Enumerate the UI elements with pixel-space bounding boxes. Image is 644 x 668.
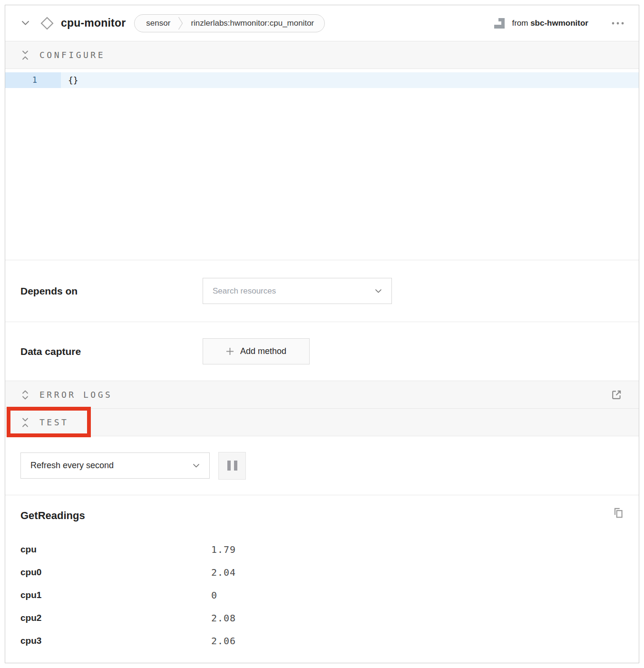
select-chevron-icon [375, 289, 382, 294]
collapse-icon[interactable] [21, 417, 29, 428]
get-readings-title: GetReadings [20, 509, 621, 523]
depends-on-placeholder: Search resources [213, 286, 276, 296]
component-diamond-icon [40, 16, 54, 30]
depends-on-label: Depends on [20, 285, 203, 297]
editor-line-number: 1 [5, 72, 61, 88]
more-menu-button[interactable] [609, 20, 626, 27]
refresh-rate-value: Refresh every second [30, 461, 114, 471]
reading-value: 2.04 [211, 567, 236, 578]
depends-on-row: Depends on Search resources [5, 260, 639, 322]
reading-key: cpu3 [20, 636, 211, 646]
test-section-header[interactable]: TEST [5, 409, 639, 436]
configure-section-label: CONFIGURE [39, 50, 105, 60]
reading-key: cpu1 [20, 590, 211, 600]
component-type: sensor [146, 19, 170, 28]
open-logs-external-link-icon[interactable] [610, 389, 623, 401]
reading-key: cpu0 [20, 567, 211, 578]
editor-active-line[interactable]: 1 {} [5, 72, 639, 88]
data-capture-row: Data capture Add method [5, 322, 639, 381]
component-model: rinzlerlabs:hwmonitor:cpu_monitor [191, 19, 314, 28]
editor-code-text[interactable]: {} [61, 72, 639, 88]
data-capture-label: Data capture [20, 346, 203, 357]
reading-value: 2.06 [211, 635, 236, 647]
test-controls: Refresh every second [5, 436, 639, 495]
reading-key: cpu [20, 544, 211, 555]
module-source-label: from sbc-hwmonitor [512, 19, 588, 28]
breadcrumb-separator-icon [178, 15, 183, 32]
depends-on-select[interactable]: Search resources [203, 278, 392, 304]
component-card: cpu-monitor sensor rinzlerlabs:hwmonitor… [5, 5, 639, 663]
refresh-rate-select[interactable]: Refresh every second [20, 452, 210, 479]
table-row: cpu2 2.08 [20, 607, 621, 629]
get-readings-card: GetReadings cpu 1.79 cpu0 2.04 cpu1 0 cp… [5, 495, 639, 663]
select-chevron-icon [193, 463, 200, 468]
table-row: cpu 1.79 [20, 538, 621, 561]
readings-table: cpu 1.79 cpu0 2.04 cpu1 0 cpu2 2.08 cpu3… [20, 538, 621, 652]
component-name: cpu-monitor [61, 17, 126, 29]
configure-json-editor[interactable]: 1 {} [5, 69, 639, 260]
reading-value: 1.79 [211, 544, 236, 555]
table-row: cpu0 2.04 [20, 561, 621, 584]
expand-icon[interactable] [21, 389, 29, 401]
copy-icon [612, 507, 624, 519]
component-header: cpu-monitor sensor rinzlerlabs:hwmonitor… [5, 5, 639, 41]
add-method-label: Add method [240, 346, 286, 356]
error-logs-section-label: ERROR LOGS [39, 390, 112, 400]
module-icon [494, 18, 505, 29]
reading-key: cpu2 [20, 613, 211, 623]
table-row: cpu1 0 [20, 584, 621, 607]
more-menu-icon [611, 22, 624, 25]
module-name: sbc-hwmonitor [530, 19, 588, 28]
test-section-label: TEST [39, 417, 68, 427]
configure-section-header[interactable]: CONFIGURE [5, 41, 639, 69]
error-logs-section-header[interactable]: ERROR LOGS [5, 381, 639, 409]
component-type-pill: sensor rinzlerlabs:hwmonitor:cpu_monitor [134, 14, 325, 32]
pause-icon [234, 461, 237, 471]
plus-icon [226, 347, 234, 355]
reading-value: 0 [211, 589, 217, 601]
add-method-button[interactable]: Add method [203, 338, 310, 364]
pause-refresh-button[interactable] [218, 452, 246, 480]
reading-value: 2.08 [211, 612, 236, 624]
collapse-chevron-down-icon[interactable] [21, 20, 29, 26]
pause-icon [227, 461, 231, 471]
table-row: cpu3 2.06 [20, 629, 621, 652]
collapse-icon[interactable] [21, 49, 29, 61]
copy-readings-button[interactable] [611, 506, 625, 520]
